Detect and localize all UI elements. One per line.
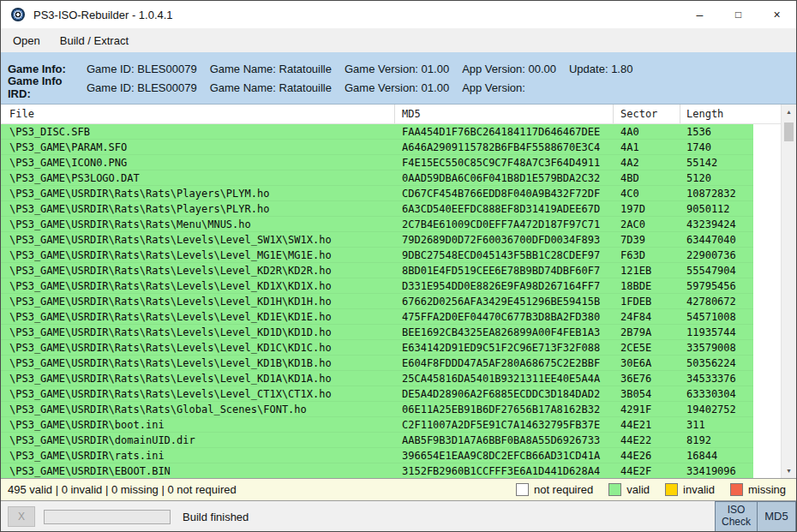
maximize-button[interactable]: □ (719, 1, 758, 28)
table-row[interactable]: \PS3_GAME\PS3LOGO.DAT 0AAD59DBA6C06F041B… (1, 170, 753, 186)
table-header: File MD5 Sector Length (1, 105, 781, 124)
table-row[interactable]: \PS3_DISC.SFB FAA454D1F76BC264184117D646… (1, 124, 753, 140)
cell-file: \PS3_GAME\USRDIR\Rats\Rats\Levels\Level_… (1, 388, 395, 400)
column-header-md5[interactable]: MD5 (395, 105, 614, 123)
cell-md5: DE5A4D28906A2F6885ECDDC3D184DAD2 (395, 388, 614, 400)
ird-app-version: App Version: (462, 81, 525, 94)
cell-md5: 6A3CD540EEFDC888EF8D31419ADEE67D (395, 203, 614, 215)
bottom-bar: X Build finished ISO Check MD5 (1, 501, 796, 532)
table-row[interactable]: \PS3_GAME\USRDIR\Rats\Rats\Levels\Level_… (1, 263, 753, 278)
scroll-down-icon[interactable]: ▼ (782, 463, 796, 478)
table-row[interactable]: \PS3_GAME\PARAM.SFO A646A2909115782B6FB4… (1, 140, 753, 155)
cell-length: 43239424 (680, 218, 753, 230)
table-row[interactable]: \PS3_GAME\USRDIR\Rats\Rats\Levels\Level_… (1, 232, 753, 248)
minimize-button[interactable]: – (680, 1, 719, 28)
close-button[interactable]: × (758, 1, 796, 28)
cell-md5: E634142D91ED9C51F2C96E713F32F088 (395, 342, 614, 354)
ird-game-id: Game ID: BLES00079 (87, 81, 197, 94)
cell-length: 311 (680, 419, 753, 431)
cell-length: 33579008 (680, 342, 753, 354)
table-row[interactable]: \PS3_GAME\USRDIR\Rats\Rats\Players\PLYM.… (1, 186, 753, 201)
menu-open[interactable]: Open (5, 28, 48, 52)
cell-length: 9050112 (680, 203, 753, 215)
cell-file: \PS3_GAME\PARAM.SFO (1, 141, 395, 153)
table-row[interactable]: \PS3_GAME\USRDIR\Rats\Rats\Menu\MNUS.ho … (1, 217, 753, 232)
table-row[interactable]: \PS3_GAME\USRDIR\EBOOT.BIN 3152FB2960B1C… (1, 463, 753, 478)
table-row[interactable]: \PS3_GAME\USRDIR\Rats\Rats\Levels\Level_… (1, 386, 753, 402)
file-table-main: File MD5 Sector Length \PS3_DISC.SFB FAA… (1, 105, 781, 478)
cell-length: 8192 (680, 434, 753, 446)
table-row[interactable]: \PS3_GAME\USRDIR\Rats\Rats\Levels\Level_… (1, 340, 753, 356)
table-row[interactable]: \PS3_GAME\USRDIR\Rats\Rats\Levels\Level_… (1, 278, 753, 294)
cell-sector: 24F84 (614, 311, 680, 323)
cell-file: \PS3_GAME\USRDIR\Rats\Rats\Levels\Level_… (1, 342, 395, 354)
table-row[interactable]: \PS3_GAME\USRDIR\Rats\Rats\Levels\Level_… (1, 371, 753, 386)
cell-sector: 18BDE (614, 280, 680, 292)
column-header-sector[interactable]: Sector (614, 105, 680, 123)
cell-length: 19402752 (680, 403, 753, 415)
legend-item: invalid (665, 483, 715, 496)
status-legend: not required valid invalid missing (500, 483, 786, 496)
cell-sector: 4A0 (614, 126, 680, 138)
md5-button[interactable]: MD5 (758, 501, 796, 532)
cancel-button[interactable]: X (8, 506, 35, 527)
cell-file: \PS3_DISC.SFB (1, 126, 395, 138)
update-version: Update: 1.80 (569, 63, 632, 75)
vertical-scrollbar[interactable]: ▲ ▼ (781, 105, 796, 478)
legend-label: invalid (683, 483, 715, 496)
status-bar: 495 valid | 0 invalid | 0 missing | 0 no… (1, 478, 796, 501)
cell-length: 10872832 (680, 188, 753, 200)
ird-game-name: Game Name: Ratatouille (210, 81, 332, 94)
iso-check-button[interactable]: ISO Check (715, 501, 758, 532)
md5-label: MD5 (764, 511, 788, 523)
cell-md5: F4E15EC550C85C9C7F48A7C3F64D4911 (395, 157, 614, 169)
table-row[interactable]: \PS3_GAME\USRDIR\boot.ini C2F11007A2DF5E… (1, 417, 753, 433)
menu-build-extract[interactable]: Build / Extract (52, 28, 136, 52)
cell-length: 55142 (680, 157, 753, 169)
cell-length: 63447040 (680, 234, 753, 246)
window-title: PS3-ISO-Rebuilder - 1.0.4.1 (33, 9, 680, 21)
cell-length: 16844 (680, 450, 753, 462)
table-row[interactable]: \PS3_GAME\USRDIR\Rats\Rats\Levels\Level_… (1, 309, 753, 325)
legend-label: missing (748, 483, 786, 496)
table-row[interactable]: \PS3_GAME\USRDIR\Rats\Rats\Players\PLYR.… (1, 201, 753, 217)
cell-sector: F63D (614, 249, 680, 261)
cell-sector: 44E22 (614, 434, 680, 446)
cell-sector: 1FDEB (614, 296, 680, 308)
table-row[interactable]: \PS3_GAME\USRDIR\Rats\Rats\Levels\Level_… (1, 248, 753, 263)
cell-file: \PS3_GAME\USRDIR\Rats\Rats\Levels\Level_… (1, 373, 395, 385)
scrollbar-track[interactable] (782, 119, 796, 463)
cell-file: \PS3_GAME\USRDIR\Rats\Rats\Levels\Level_… (1, 249, 395, 261)
legend-swatch (665, 483, 678, 496)
cell-sector: 3B054 (614, 388, 680, 400)
game-info-panel: Game Info: Game ID: BLES00079 Game Name:… (1, 52, 796, 105)
scrollbar-thumb[interactable] (784, 123, 794, 141)
cell-file: \PS3_GAME\USRDIR\Rats\Rats\Global_Scenes… (1, 403, 395, 415)
cell-sector: 2B79A (614, 326, 680, 338)
cell-md5: 2C7B4E61009CD0EFF7A472D187F97C71 (395, 218, 614, 230)
column-header-file[interactable]: File (1, 105, 395, 123)
legend-label: not required (534, 483, 593, 496)
table-row[interactable]: \PS3_GAME\USRDIR\Rats\Rats\Levels\Level_… (1, 294, 753, 309)
cell-file: \PS3_GAME\USRDIR\Rats\Rats\Levels\Level_… (1, 234, 395, 246)
table-row[interactable]: \PS3_GAME\USRDIR\domainUID.dir AAB5F9B3D… (1, 433, 753, 448)
cell-file: \PS3_GAME\USRDIR\rats.ini (1, 450, 395, 462)
scroll-up-icon[interactable]: ▲ (782, 105, 796, 119)
game-name: Game Name: Ratatouille (210, 63, 332, 75)
table-row[interactable]: \PS3_GAME\USRDIR\Rats\Rats\Levels\Level_… (1, 356, 753, 371)
cell-length: 63330304 (680, 388, 753, 400)
game-info-row: Game Info: Game ID: BLES00079 Game Name:… (1, 59, 796, 78)
cell-length: 33419096 (680, 465, 753, 477)
cell-file: \PS3_GAME\USRDIR\Rats\Rats\Levels\Level_… (1, 326, 395, 338)
cell-sector: 44E26 (614, 450, 680, 462)
file-table: File MD5 Sector Length \PS3_DISC.SFB FAA… (1, 105, 796, 478)
column-header-length[interactable]: Length (680, 105, 753, 123)
cell-md5: C2F11007A2DF5E91C7A14632795FB37E (395, 419, 614, 431)
table-row[interactable]: \PS3_GAME\USRDIR\rats.ini 396654E1EAA9C8… (1, 448, 753, 463)
table-row[interactable]: \PS3_GAME\USRDIR\Rats\Rats\Levels\Level_… (1, 325, 753, 340)
table-row[interactable]: \PS3_GAME\ICON0.PNG F4E15EC550C85C9C7F48… (1, 155, 753, 170)
cell-sector: 2CE5E (614, 342, 680, 354)
cell-md5: 06E11A25EB91B6DF27656B17A8162B32 (395, 403, 614, 415)
table-row[interactable]: \PS3_GAME\USRDIR\Rats\Rats\Global_Scenes… (1, 402, 753, 417)
cell-length: 55547904 (680, 265, 753, 277)
